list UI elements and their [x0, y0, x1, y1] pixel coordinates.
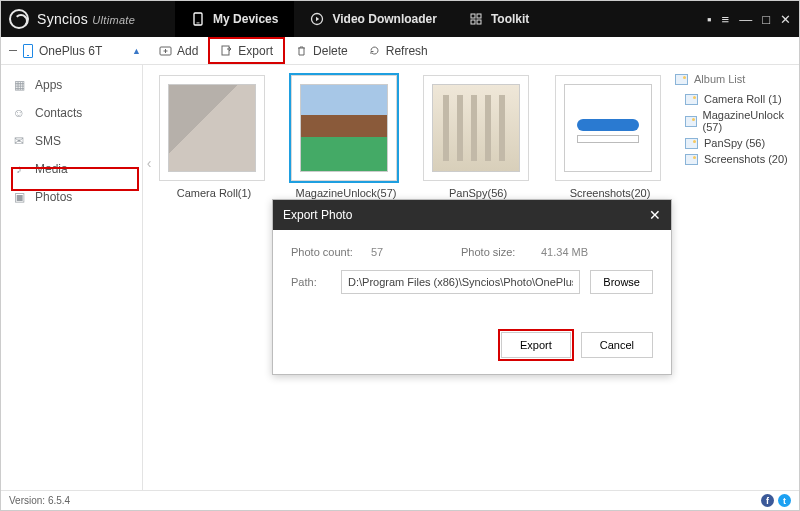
add-label: Add	[177, 44, 198, 58]
add-button[interactable]: Add	[149, 37, 208, 64]
svg-rect-1	[197, 23, 200, 24]
trash-icon	[295, 44, 308, 57]
minimize-icon[interactable]: —	[739, 12, 752, 27]
export-icon	[220, 44, 233, 57]
facebook-icon[interactable]: f	[761, 494, 774, 507]
photos-icon: ▣	[11, 189, 27, 205]
plus-folder-icon	[159, 44, 172, 57]
refresh-icon	[368, 44, 381, 57]
maximize-icon[interactable]: □	[762, 12, 770, 27]
sidebar-item-photos[interactable]: ▣Photos	[1, 183, 142, 211]
album-thumb	[168, 84, 256, 172]
dialog-header[interactable]: Export Photo ✕	[273, 200, 671, 230]
svg-rect-3	[471, 14, 475, 18]
picture-icon	[685, 116, 697, 127]
tab-toolkit[interactable]: Toolkit	[453, 1, 545, 37]
photo-count-value: 57	[371, 246, 461, 258]
grid-icon	[469, 12, 483, 26]
album-list-panel: Album List Camera Roll (1) MagazineUnloc…	[669, 65, 799, 490]
menu-icon[interactable]: ≡	[722, 12, 730, 27]
device-name: OnePlus 6T	[39, 44, 102, 58]
play-circle-icon	[310, 12, 324, 26]
svg-rect-5	[471, 20, 475, 24]
export-dialog: Export Photo ✕ Photo count: 57 Photo siz…	[272, 199, 672, 375]
album-thumb	[564, 84, 652, 172]
sidebar-item-apps[interactable]: ▦Apps	[1, 71, 142, 99]
device-selector[interactable]: OnePlus 6T ▲	[1, 37, 149, 64]
contacts-icon: ☺	[11, 105, 27, 121]
svg-rect-4	[477, 14, 481, 18]
sidebar-item-label: Photos	[35, 190, 72, 204]
top-tabs: My Devices Video Downloader Toolkit	[175, 1, 545, 37]
album-list-header: Album List	[675, 73, 793, 85]
dialog-footer: Export Cancel	[273, 322, 671, 374]
chevron-up-icon: ▲	[132, 46, 141, 56]
sidebar-item-label: Contacts	[35, 106, 82, 120]
tab-my-devices[interactable]: My Devices	[175, 1, 294, 37]
photo-size-label: Photo size:	[461, 246, 541, 258]
album-caption: PanSpy(56)	[423, 187, 533, 199]
apps-icon: ▦	[11, 77, 27, 93]
delete-label: Delete	[313, 44, 348, 58]
list-item[interactable]: Camera Roll (1)	[675, 91, 793, 107]
photo-count-label: Photo count:	[291, 246, 371, 258]
app-brand: Syncios Ultimate	[37, 11, 135, 27]
close-icon[interactable]: ✕	[780, 12, 791, 27]
picture-icon	[685, 154, 698, 165]
sms-icon: ✉	[11, 133, 27, 149]
list-item[interactable]: MagazineUnlock (57)	[675, 107, 793, 135]
title-bar: Syncios Ultimate My Devices Video Downlo…	[1, 1, 799, 37]
picture-icon	[685, 138, 698, 149]
version-label: Version: 6.5.4	[9, 495, 70, 506]
photo-size-value: 41.34 MB	[541, 246, 588, 258]
sidebar-item-media[interactable]: ♪Media	[1, 155, 142, 183]
album-panspy[interactable]: PanSpy(56)	[423, 75, 533, 199]
album-list-title: Album List	[694, 73, 745, 85]
window-controls: ▪ ≡ — □ ✕	[707, 12, 791, 27]
sidebar-item-label: Media	[35, 162, 68, 176]
export-label: Export	[238, 44, 273, 58]
toolbar: OnePlus 6T ▲ Add Export Delete Refresh	[1, 37, 799, 65]
status-bar: Version: 6.5.4 f t	[1, 490, 799, 510]
delete-button[interactable]: Delete	[285, 37, 358, 64]
browse-button[interactable]: Browse	[590, 270, 653, 294]
list-item-label: MagazineUnlock (57)	[703, 109, 793, 133]
list-item[interactable]: Screenshots (20)	[675, 151, 793, 167]
brand-name: Syncios	[37, 11, 88, 27]
sidebar: ▦Apps ☺Contacts ✉SMS ♪Media ▣Photos	[1, 65, 143, 490]
refresh-button[interactable]: Refresh	[358, 37, 438, 64]
tab-label: Video Downloader	[332, 12, 436, 26]
media-icon: ♪	[11, 161, 27, 177]
tab-video-downloader[interactable]: Video Downloader	[294, 1, 452, 37]
message-icon[interactable]: ▪	[707, 12, 712, 27]
tab-label: Toolkit	[491, 12, 529, 26]
sidebar-item-label: Apps	[35, 78, 62, 92]
album-caption: Camera Roll(1)	[159, 187, 269, 199]
sidebar-item-sms[interactable]: ✉SMS	[1, 127, 142, 155]
album-caption: Screenshots(20)	[555, 187, 665, 199]
album-screenshots[interactable]: Screenshots(20)	[555, 75, 665, 199]
device-icon	[23, 44, 33, 58]
scroll-left-button[interactable]: ‹	[143, 65, 155, 490]
dialog-cancel-button[interactable]: Cancel	[581, 332, 653, 358]
tab-label: My Devices	[213, 12, 278, 26]
svg-rect-8	[222, 46, 229, 55]
sidebar-item-contacts[interactable]: ☺Contacts	[1, 99, 142, 127]
path-label: Path:	[291, 276, 341, 288]
social-links: f t	[761, 494, 791, 507]
sidebar-item-label: SMS	[35, 134, 61, 148]
dash-icon	[9, 50, 17, 51]
path-input[interactable]	[341, 270, 580, 294]
export-button[interactable]: Export	[208, 37, 285, 64]
dialog-close-icon[interactable]: ✕	[649, 207, 661, 223]
album-caption: MagazineUnlock(57)	[291, 187, 401, 199]
brand-edition: Ultimate	[92, 14, 135, 26]
twitter-icon[interactable]: t	[778, 494, 791, 507]
app-logo-icon	[9, 9, 29, 29]
picture-icon	[675, 74, 688, 85]
list-item[interactable]: PanSpy (56)	[675, 135, 793, 151]
dialog-title: Export Photo	[283, 208, 352, 222]
album-magazine-unlock[interactable]: MagazineUnlock(57)	[291, 75, 401, 199]
album-camera-roll[interactable]: Camera Roll(1)	[159, 75, 269, 199]
dialog-export-button[interactable]: Export	[501, 332, 571, 358]
